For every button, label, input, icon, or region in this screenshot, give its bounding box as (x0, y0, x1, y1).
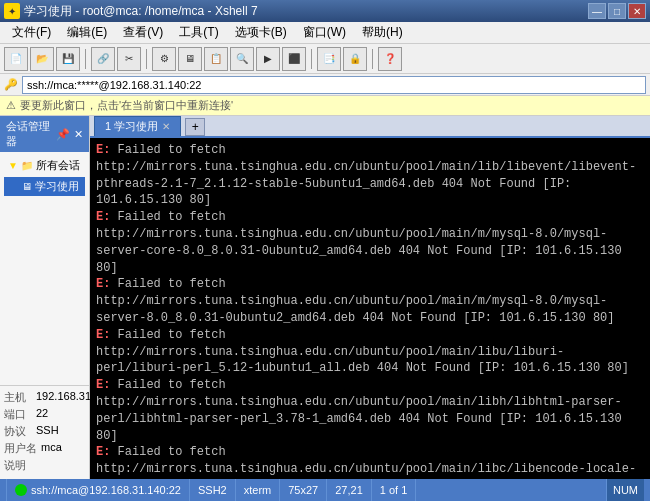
toolbar-connect[interactable]: 🔗 (91, 47, 115, 71)
window-title: 学习使用 - root@mca: /home/mca - Xshell 7 (24, 3, 258, 20)
term-error-prefix: E: (96, 378, 118, 392)
pc-icon: 🖥 (22, 181, 32, 192)
port-label: 端口 (4, 407, 32, 422)
address-bar: 🔑 (0, 74, 650, 96)
terminal-line: E: Failed to fetch http://mirrors.tuna.t… (96, 209, 644, 276)
toolbar-btn8[interactable]: ⬛ (282, 47, 306, 71)
toolbar-btn3[interactable]: ⚙ (152, 47, 176, 71)
maximize-button[interactable]: □ (608, 3, 626, 19)
term-error-prefix: E: (96, 328, 118, 342)
term-error-text: Failed to fetch http://mirrors.tuna.tsin… (96, 143, 636, 207)
term-error-text: Failed to fetch http://mirrors.tuna.tsin… (96, 277, 614, 325)
term-error-prefix: E: (96, 277, 118, 291)
title-controls: — □ ✕ (588, 3, 646, 19)
tree-item-all-sessions[interactable]: ▼ 📁 所有会话 (4, 156, 85, 175)
info-row-port: 端口 22 (4, 407, 85, 422)
toolbar-new[interactable]: 📄 (4, 47, 28, 71)
protocol-label: 协议 (4, 424, 32, 439)
tree-item-session[interactable]: 🖥 学习使用 (4, 177, 85, 196)
status-session: 1 of 1 (372, 479, 417, 501)
toolbar-help[interactable]: ❓ (378, 47, 402, 71)
sidebar-header: 会话管理器 📌 ✕ (0, 116, 89, 152)
sessions-tree: ▼ 📁 所有会话 🖥 学习使用 (0, 152, 89, 385)
menu-tools[interactable]: 工具(T) (171, 22, 226, 43)
tab-bar: 1 学习使用 ✕ + (90, 116, 650, 138)
content-area: 1 学习使用 ✕ + E: Failed to fetch http://mir… (90, 116, 650, 479)
protocol-value: SSH (36, 424, 59, 439)
status-address: ssh://mca@192.168.31.140:22 (6, 479, 190, 501)
status-cursor: 27,21 (327, 479, 372, 501)
toolbar: 📄 📂 💾 🔗 ✂ ⚙ 🖥 📋 🔍 ▶ ⬛ 📑 🔒 ❓ (0, 44, 650, 74)
title-bar-left: ✦ 学习使用 - root@mca: /home/mca - Xshell 7 (4, 3, 258, 20)
sidebar-pin-icon[interactable]: 📌 (56, 128, 70, 141)
status-caps: NUM (606, 479, 644, 501)
close-button[interactable]: ✕ (628, 3, 646, 19)
menu-tabs[interactable]: 选项卡(B) (227, 22, 295, 43)
tab-add-button[interactable]: + (185, 118, 205, 136)
address-input[interactable] (22, 76, 646, 94)
term-error-text: Failed to fetch http://mirrors.tuna.tsin… (96, 210, 622, 274)
main-area: 会话管理器 📌 ✕ ▼ 📁 所有会话 🖥 学习使用 主机 (0, 116, 650, 479)
toolbar-sep1 (85, 49, 86, 69)
menu-help[interactable]: 帮助(H) (354, 22, 411, 43)
terminal-line: E: Failed to fetch http://mirrors.tuna.t… (96, 327, 644, 377)
toolbar-btn5[interactable]: 📋 (204, 47, 228, 71)
terminal[interactable]: E: Failed to fetch http://mirrors.tuna.t… (90, 138, 650, 479)
toolbar-btn9[interactable]: 📑 (317, 47, 341, 71)
status-indicator (15, 484, 27, 496)
terminal-line: E: Failed to fetch http://mirrors.tuna.t… (96, 377, 644, 444)
app-icon: ✦ (4, 3, 20, 19)
session-info: 主机 192.168.31.140 端口 22 协议 SSH 用户名 mca 说… (0, 385, 89, 479)
sidebar: 会话管理器 📌 ✕ ▼ 📁 所有会话 🖥 学习使用 主机 (0, 116, 90, 479)
status-ssh: SSH2 (190, 479, 236, 501)
host-label: 主机 (4, 390, 32, 405)
status-address-text: ssh://mca@192.168.31.140:22 (31, 484, 181, 496)
user-label: 用户名 (4, 441, 37, 456)
status-size: 75x27 (280, 479, 327, 501)
notification-icon: ⚠ (6, 99, 16, 112)
term-error-text: Failed to fetch http://mirrors.tuna.tsin… (96, 378, 622, 442)
toolbar-disconnect[interactable]: ✂ (117, 47, 141, 71)
terminal-line: E: Failed to fetch http://mirrors.tuna.t… (96, 444, 644, 479)
info-row-user: 用户名 mca (4, 441, 85, 456)
tab-label: 1 学习使用 (105, 119, 158, 134)
menu-view[interactable]: 查看(V) (115, 22, 171, 43)
info-row-protocol: 协议 SSH (4, 424, 85, 439)
term-error-prefix: E: (96, 143, 118, 157)
tab-session[interactable]: 1 学习使用 ✕ (94, 116, 181, 136)
toolbar-save[interactable]: 💾 (56, 47, 80, 71)
sidebar-close-icon[interactable]: ✕ (74, 128, 83, 141)
ssh-icon: 🔑 (4, 78, 18, 91)
note-label: 说明 (4, 458, 32, 473)
toolbar-sep4 (372, 49, 373, 69)
tree-root: ▼ 📁 所有会话 🖥 学习使用 (4, 156, 85, 196)
toolbar-btn10[interactable]: 🔒 (343, 47, 367, 71)
title-bar: ✦ 学习使用 - root@mca: /home/mca - Xshell 7 … (0, 0, 650, 22)
term-error-text: Failed to fetch http://mirrors.tuna.tsin… (96, 328, 629, 376)
menu-edit[interactable]: 编辑(E) (59, 22, 115, 43)
terminal-line: E: Failed to fetch http://mirrors.tuna.t… (96, 276, 644, 326)
toolbar-btn7[interactable]: ▶ (256, 47, 280, 71)
term-error-text: Failed to fetch http://mirrors.tuna.tsin… (96, 445, 636, 479)
toolbar-open[interactable]: 📂 (30, 47, 54, 71)
toolbar-btn4[interactable]: 🖥 (178, 47, 202, 71)
tree-item-label: 所有会话 (36, 158, 80, 173)
folder-icon: ▼ (8, 160, 18, 171)
status-bar: ssh://mca@192.168.31.140:22 SSH2 xterm 7… (0, 479, 650, 501)
info-row-host: 主机 192.168.31.140 (4, 390, 85, 405)
menu-bar: 文件(F) 编辑(E) 查看(V) 工具(T) 选项卡(B) 窗口(W) 帮助(… (0, 22, 650, 44)
menu-file[interactable]: 文件(F) (4, 22, 59, 43)
menu-window[interactable]: 窗口(W) (295, 22, 354, 43)
toolbar-sep3 (311, 49, 312, 69)
toolbar-btn6[interactable]: 🔍 (230, 47, 254, 71)
minimize-button[interactable]: — (588, 3, 606, 19)
info-row-note: 说明 (4, 458, 85, 473)
status-terminal: xterm (236, 479, 281, 501)
toolbar-sep2 (146, 49, 147, 69)
tree-session-label: 学习使用 (35, 179, 79, 194)
term-error-prefix: E: (96, 210, 118, 224)
notification-text: 要更新此窗口，点击'在当前窗口中重新连接' (20, 98, 233, 113)
tab-close-icon[interactable]: ✕ (162, 121, 170, 132)
port-value: 22 (36, 407, 48, 422)
user-value: mca (41, 441, 62, 456)
